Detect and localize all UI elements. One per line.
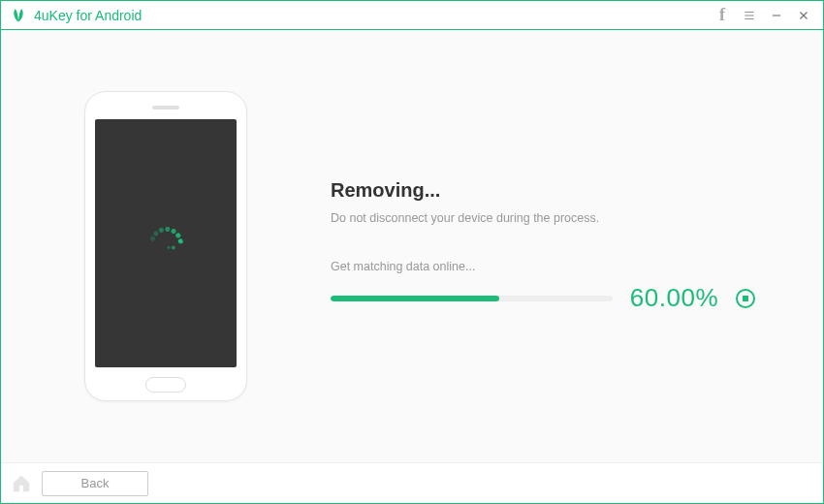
phone-column: [1, 91, 331, 401]
title-bar: 4uKey for Android f: [1, 1, 823, 30]
app-logo-icon: [11, 8, 26, 23]
bottom-bar: Back: [1, 462, 823, 503]
minimize-icon: [770, 9, 783, 22]
facebook-button[interactable]: f: [709, 2, 736, 29]
back-button-label: Back: [81, 476, 110, 490]
phone-mockup: [84, 91, 247, 401]
progress-row: 60.00%: [331, 283, 755, 313]
app-title: 4uKey for Android: [34, 8, 142, 23]
minimize-button[interactable]: [763, 2, 790, 29]
stop-button[interactable]: [736, 289, 755, 308]
menu-icon: [743, 9, 756, 22]
progress-subtext: Do not disconnect your device during the…: [331, 211, 755, 225]
progress-bar-fill: [331, 296, 499, 301]
close-button[interactable]: [790, 2, 817, 29]
progress-percent: 60.00%: [630, 283, 718, 313]
facebook-icon: f: [719, 5, 725, 25]
info-column: Removing... Do not disconnect your devic…: [331, 179, 823, 313]
app-logo-wrap: 4uKey for Android: [11, 8, 142, 23]
home-icon[interactable]: [11, 473, 32, 494]
phone-screen: [95, 119, 237, 367]
phone-home-button: [145, 377, 186, 393]
loading-spinner-icon: [146, 224, 185, 263]
stop-icon: [743, 296, 748, 301]
menu-button[interactable]: [736, 2, 763, 29]
back-button[interactable]: Back: [42, 471, 148, 496]
progress-bar: [331, 296, 613, 301]
phone-speaker: [152, 106, 179, 110]
content-area: Removing... Do not disconnect your devic…: [1, 30, 823, 462]
progress-status: Get matching data online...: [331, 260, 755, 273]
progress-heading: Removing...: [331, 179, 755, 202]
close-icon: [797, 9, 810, 22]
